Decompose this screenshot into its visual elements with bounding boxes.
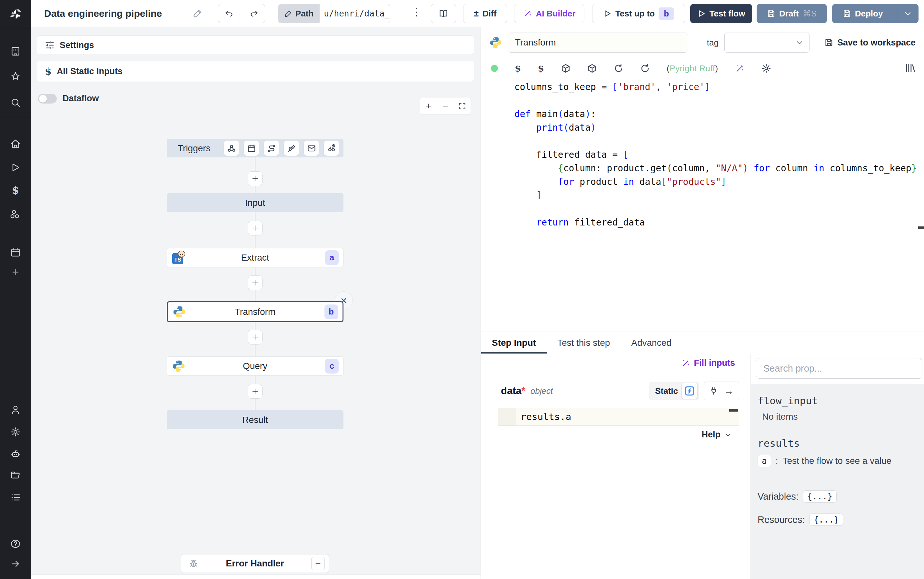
email-trigger-icon[interactable] bbox=[304, 141, 319, 156]
result-node[interactable]: Result bbox=[167, 410, 343, 429]
test-flow-button[interactable]: Test flow bbox=[690, 4, 752, 23]
insert-step-button-2[interactable] bbox=[248, 221, 263, 236]
edit-title-pencil-icon[interactable] bbox=[193, 8, 202, 20]
resources-icon[interactable] bbox=[0, 206, 31, 222]
test-up-to-button[interactable]: Test up to b bbox=[592, 4, 685, 23]
insert-step-button-1[interactable] bbox=[248, 171, 263, 186]
logs-list-icon[interactable] bbox=[0, 490, 31, 505]
package-icon[interactable] bbox=[561, 64, 571, 73]
zoom-out-button[interactable]: − bbox=[437, 98, 454, 114]
result-hint: Test the flow to see a value bbox=[782, 456, 891, 466]
fill-inputs-button[interactable]: Fill inputs bbox=[681, 358, 735, 368]
save-to-workspace-button[interactable]: Save to workspace bbox=[824, 38, 916, 48]
ai-builder-button[interactable]: AI Builder bbox=[514, 4, 584, 23]
editor-settings-gear-icon[interactable] bbox=[761, 64, 771, 73]
triggers-node[interactable]: Triggers bbox=[167, 139, 343, 157]
redo-button[interactable] bbox=[244, 4, 265, 23]
tab-step-input[interactable]: Step Input bbox=[481, 332, 547, 353]
library-icon[interactable] bbox=[904, 62, 916, 74]
poll-watch-trigger-icon[interactable] bbox=[324, 141, 339, 156]
all-static-inputs-card[interactable]: $ All Static Inputs bbox=[37, 61, 474, 82]
query-node[interactable]: Query c bbox=[167, 357, 343, 375]
undo-button[interactable] bbox=[218, 4, 240, 23]
error-handler-node[interactable]: Error Handler bbox=[181, 554, 329, 573]
prop-search-input[interactable] bbox=[756, 358, 922, 379]
ai-wand-icon bbox=[681, 359, 690, 368]
flow-input-section-header[interactable]: flow_input bbox=[757, 395, 924, 406]
help-label: Help bbox=[702, 430, 720, 440]
static-inputs-dollar-icon: $ bbox=[45, 66, 52, 77]
more-options-kebab-icon[interactable]: ⋮ bbox=[411, 6, 423, 18]
python-icon bbox=[490, 36, 502, 49]
editor-scrollbar-thumb[interactable] bbox=[918, 226, 924, 229]
resources-row[interactable]: Resources: {...} bbox=[757, 514, 924, 526]
draft-button[interactable]: Draft ⌘S bbox=[757, 4, 827, 23]
zoom-in-button[interactable]: + bbox=[420, 98, 437, 114]
all-static-inputs-label: All Static Inputs bbox=[57, 67, 122, 77]
workers-robot-icon[interactable] bbox=[0, 446, 31, 461]
input-node[interactable]: Input bbox=[167, 193, 343, 212]
deploy-dropdown-button[interactable] bbox=[897, 4, 918, 23]
folders-icon[interactable] bbox=[0, 468, 31, 483]
package-icon[interactable] bbox=[587, 64, 597, 73]
deploy-button[interactable]: Deploy bbox=[833, 4, 893, 23]
tab-test-this-step[interactable]: Test this step bbox=[547, 332, 620, 353]
step-name-input[interactable]: Transform bbox=[508, 33, 688, 52]
variables-icon[interactable]: $ bbox=[0, 183, 31, 198]
flow-canvas-panel: Settings $ All Static Inputs Dataflow + … bbox=[31, 27, 480, 579]
http-route-trigger-icon[interactable] bbox=[264, 141, 279, 156]
add-error-handler-button[interactable] bbox=[311, 557, 325, 570]
deploy-button-group: Deploy bbox=[832, 4, 919, 23]
webhook-trigger-icon[interactable] bbox=[224, 141, 239, 156]
schedules-icon[interactable] bbox=[0, 244, 31, 260]
reload-icon[interactable] bbox=[640, 64, 650, 73]
static-inputs-icon[interactable]: $ bbox=[515, 63, 521, 74]
insert-step-button-4[interactable] bbox=[248, 330, 263, 345]
reload-icon[interactable] bbox=[614, 64, 624, 73]
dataflow-toggle[interactable] bbox=[38, 94, 57, 103]
user-icon[interactable] bbox=[0, 402, 31, 417]
ai-wand-icon[interactable] bbox=[735, 64, 745, 73]
runs-icon[interactable] bbox=[0, 160, 31, 175]
docs-book-button[interactable] bbox=[431, 4, 456, 23]
variables-picker-icon[interactable]: $ bbox=[538, 63, 544, 74]
settings-gear-icon[interactable] bbox=[0, 424, 31, 440]
tag-select[interactable] bbox=[724, 33, 810, 52]
insert-step-button-3[interactable] bbox=[248, 275, 263, 290]
result-item-a[interactable]: a : Test the flow to see a value bbox=[757, 455, 924, 467]
diff-button[interactable]: ± Diff bbox=[463, 4, 507, 23]
home-icon[interactable] bbox=[0, 136, 31, 152]
resources-value-chip[interactable]: {...} bbox=[810, 514, 843, 526]
extract-node[interactable]: TS Extract a bbox=[167, 248, 343, 267]
windmill-logo[interactable] bbox=[0, 4, 31, 25]
favorites-star-icon[interactable] bbox=[0, 69, 31, 84]
variables-value-chip[interactable]: {...} bbox=[803, 490, 837, 502]
add-icon[interactable]: + bbox=[0, 265, 31, 280]
help-dropdown[interactable]: Help bbox=[702, 430, 731, 440]
help-icon[interactable] bbox=[0, 536, 31, 551]
flow-settings-card[interactable]: Settings bbox=[37, 36, 474, 55]
input-mode-toggle[interactable]: Static bbox=[649, 381, 699, 400]
expression-mode-active[interactable] bbox=[682, 383, 697, 399]
transform-node-selected[interactable]: Transform b bbox=[167, 301, 343, 322]
fit-view-button[interactable] bbox=[454, 98, 470, 114]
websocket-plug-trigger-icon[interactable] bbox=[284, 141, 299, 156]
expression-editor[interactable]: results.a bbox=[498, 408, 739, 426]
code-editor[interactable]: columns_to_keep = ['brand', 'price'] def… bbox=[481, 79, 924, 239]
expand-rail-arrow-icon[interactable] bbox=[0, 556, 31, 572]
path-button[interactable]: Path u/henri/data_ bbox=[278, 4, 390, 23]
workspace-icon[interactable] bbox=[0, 44, 31, 59]
schedule-trigger-icon[interactable] bbox=[244, 141, 259, 156]
connect-input-buttons[interactable]: → bbox=[704, 381, 739, 400]
result-key-chip[interactable]: a bbox=[757, 455, 771, 467]
results-section-header[interactable]: results bbox=[757, 437, 924, 449]
insert-step-button-5[interactable] bbox=[248, 384, 263, 399]
canvas-zoom-controls: + − bbox=[420, 98, 471, 114]
transform-node-badge: b bbox=[325, 304, 338, 319]
diff-label: Diff bbox=[483, 9, 496, 19]
search-icon[interactable] bbox=[0, 95, 31, 110]
tab-advanced[interactable]: Advanced bbox=[620, 332, 682, 353]
bug-icon bbox=[188, 558, 199, 569]
variables-row[interactable]: Variables: {...} bbox=[757, 490, 924, 502]
context-props-panel: flow_input No items results a : Test the… bbox=[751, 353, 924, 579]
